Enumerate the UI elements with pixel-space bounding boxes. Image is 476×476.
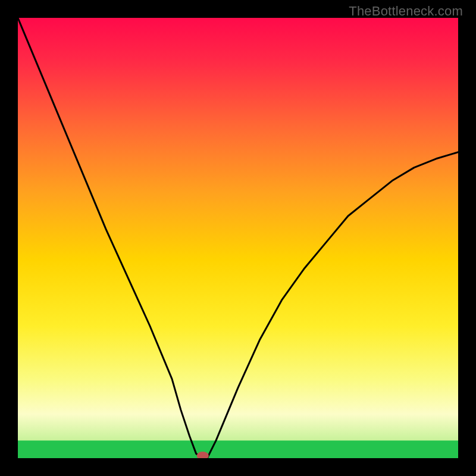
watermark-text: TheBottleneck.com (349, 4, 463, 19)
chart-plot (18, 18, 458, 458)
green-band (18, 440, 458, 458)
chart-svg (18, 18, 458, 458)
chart-frame: TheBottleneck.com (0, 0, 476, 476)
gradient-background (18, 18, 458, 458)
